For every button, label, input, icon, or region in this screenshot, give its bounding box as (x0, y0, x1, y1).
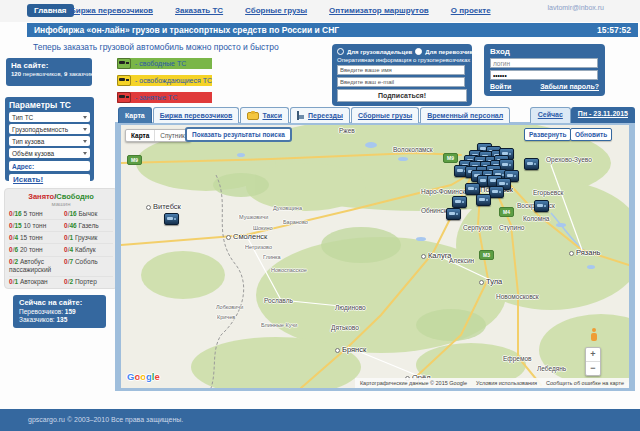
city-label: Новоспасское (271, 267, 307, 273)
page-title: Инфобиржа «он-лайн» грузов и трансопртны… (34, 25, 339, 35)
onsite-stats: 120 перевозчиков, 9 заказчиков (11, 71, 87, 77)
city-label: Ступино (499, 224, 524, 231)
search-button[interactable]: Искать! (9, 174, 90, 186)
city-label: Нетризово (245, 244, 272, 250)
map-terrain (121, 125, 629, 388)
refresh-button[interactable]: Обновить (570, 128, 612, 141)
nav-link[interactable]: Сборные грузы (245, 6, 307, 15)
truck-icon (117, 92, 131, 103)
chevron-down-icon (83, 152, 87, 155)
subscribe-button[interactable]: Подписаться! (337, 89, 467, 102)
param-select[interactable]: Тип ТС (9, 112, 90, 122)
city-label: Коломна (523, 215, 549, 222)
city-label: Лобковичи (216, 304, 243, 310)
expand-button[interactable]: Развернуть (524, 128, 571, 141)
google-logo[interactable]: Google (127, 371, 160, 382)
onsite-stats-box: На сайте: 120 перевозчиков, 9 заказчиков (6, 58, 92, 86)
busy-free-row: 0/16 5 тонн 0/16 Бычок (9, 208, 113, 219)
now-online-title: Сейчас на сайте: (19, 298, 100, 307)
city-label: Бараново (283, 219, 308, 225)
map-tab[interactable]: Биржа перевозчиков (153, 107, 240, 123)
map-tab[interactable]: Временный персонал (420, 107, 510, 123)
subscribe-caption: Оперативная информация о грузоперевозчик… (337, 57, 467, 63)
show-results-button[interactable]: Показать результаты поиска (185, 127, 292, 142)
param-select[interactable]: Объём кузова (9, 148, 90, 158)
subscribe-email-input[interactable] (337, 77, 465, 87)
city-label: Лебедянь (537, 365, 566, 372)
chevron-down-icon (83, 128, 87, 131)
login-title: Вход (490, 47, 599, 56)
onsite-title: На сайте: (11, 61, 87, 70)
city-label: Глинка (263, 254, 281, 260)
nav-home-button[interactable]: Главная (27, 4, 74, 17)
vehicle-marker[interactable] (476, 194, 491, 206)
tab-date[interactable]: Пн - 23.11.2015 (571, 107, 635, 123)
param-select[interactable]: Грузоподъемность (9, 124, 90, 134)
radio-cargo-owner-label[interactable]: Для грузовладельцев (347, 49, 412, 55)
vehicle-marker[interactable] (534, 200, 549, 212)
vehicle-marker[interactable] (452, 196, 467, 208)
tab-now[interactable]: Сейчас (530, 107, 571, 123)
map-tab[interactable]: Карта (118, 107, 152, 123)
now-online-box: Сейчас на сайте: Перевозчиков: 159 Заказ… (13, 295, 106, 328)
road-badge: М9 (127, 155, 142, 165)
city-label: Обнинск (421, 207, 447, 214)
nav-links: Биржа перевозчиковЗаказать ТССборные гру… (70, 6, 491, 15)
taxi-icon (247, 112, 259, 120)
vehicle-marker[interactable] (489, 186, 504, 198)
forgot-password-link[interactable]: Забыли пароль? (540, 83, 599, 90)
map-attribution: Картографические данные © 2015 Google Ус… (355, 378, 629, 388)
city-label: Рязань (569, 248, 600, 257)
road-badge: М3 (479, 250, 494, 260)
city-label: Дятьково (331, 324, 359, 331)
busy-free-row: 0/4 15 тонн 0/1 Грузчик (9, 231, 113, 243)
vehicle-params-box: Параметры ТС Тип ТС Грузоподъемность Тип… (5, 97, 94, 181)
report-error-link[interactable]: Сообщить об ошибке на карте (546, 380, 624, 386)
nav-link[interactable]: Заказать ТС (175, 6, 223, 15)
password-input[interactable] (490, 70, 598, 80)
map-tab[interactable]: Сборные грузы (351, 107, 419, 123)
map[interactable]: ВитебскСмоленскРжевВолоколамскОрехово-Зу… (121, 125, 629, 388)
subscribe-name-input[interactable] (337, 65, 465, 75)
address-input[interactable] (9, 161, 90, 171)
city-label: Блинные Кучи (261, 322, 297, 328)
map-tabbar: Карта Биржа перевозчиков Такси Переезды … (118, 107, 635, 123)
city-label: Егорьевск (533, 189, 563, 196)
vehicle-marker[interactable] (164, 213, 179, 225)
city-label: Волоколамск (393, 146, 433, 153)
title-bar: Инфобиржа «он-лайн» грузов и трансопртны… (27, 23, 638, 37)
vehicle-marker[interactable] (524, 158, 539, 170)
map-tab[interactable]: Переезды (290, 107, 350, 123)
busy-free-row: 0/15 10 тонн 0/46 Газель (9, 219, 113, 231)
param-select[interactable]: Тип кузова (9, 136, 90, 146)
busy-free-subtitle: машин (9, 201, 113, 207)
city-label: Новомосковск (496, 293, 539, 300)
nav-link[interactable]: Оптимизатор маршрутов (329, 6, 429, 15)
zoom-out-button[interactable]: − (586, 362, 600, 375)
city-label: Брянск (335, 345, 366, 354)
city-label: Рославль (264, 297, 293, 304)
city-label: Ржев (339, 127, 355, 134)
pegman-icon[interactable] (589, 328, 599, 342)
map-tab[interactable]: Такси (240, 107, 289, 123)
terms-link[interactable]: Условия использования (476, 380, 537, 386)
radio-carrier-label[interactable]: Для перевозчиков (425, 49, 480, 55)
nav-link[interactable]: О проекте (451, 6, 491, 15)
login-input[interactable] (490, 58, 598, 68)
login-box: Вход Войти Забыли пароль? (484, 44, 605, 96)
maptype-map-button[interactable]: Карта (126, 130, 155, 141)
zoom-in-button[interactable]: + (586, 348, 600, 362)
legend-item: - освобождающиеся ТС (117, 75, 212, 86)
vehicle-legend: - свободные ТС - освобождающиеся ТС - за… (117, 58, 212, 103)
radio-carrier-icon[interactable] (415, 48, 422, 55)
vehicle-marker[interactable] (446, 208, 461, 220)
city-label: Алексин (449, 257, 474, 264)
page-subtitle: Теперь заказать грузовой автомобиль можн… (33, 42, 279, 52)
road-badge: М9 (443, 153, 458, 163)
city-label: Орехово-Зуево (546, 156, 592, 163)
nav-link[interactable]: Биржа перевозчиков (70, 6, 153, 15)
login-submit-link[interactable]: Войти (490, 83, 511, 90)
radio-cargo-owner-icon[interactable] (337, 48, 344, 55)
busy-free-row: 0/6 20 тонн 0/4 Каблук (9, 243, 113, 255)
maptype-control: Карта Спутник (125, 129, 191, 142)
